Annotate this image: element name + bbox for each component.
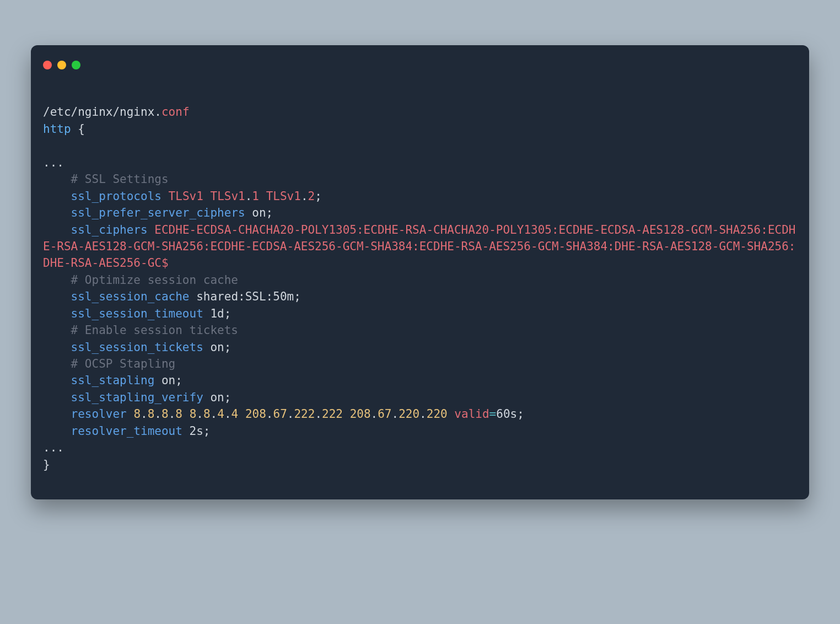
token-num: 220 [399, 407, 419, 421]
dot: . [245, 190, 252, 203]
line-ssl-stapling: ssl_stapling on; [43, 374, 182, 387]
token-num: 222 [294, 407, 315, 421]
value: 1d [210, 307, 224, 320]
keyword-http: http [43, 122, 71, 136]
token-op: = [489, 407, 497, 421]
ellipsis-top: ... [43, 156, 64, 169]
sp [203, 341, 211, 354]
file-path: /etc/nginx/nginx.conf [43, 105, 190, 119]
sp [203, 391, 211, 404]
line-ssl-stapling-verify: ssl_stapling_verify on; [43, 391, 231, 404]
indent [43, 406, 71, 422]
semi: ; [315, 190, 322, 203]
sp [161, 190, 169, 203]
indent [43, 205, 71, 221]
directive: ssl_ciphers [71, 223, 148, 236]
code-window: /etc/nginx/nginx.conf http { ... # SSL S… [31, 45, 809, 499]
tls-v1: TLSv1 [169, 190, 203, 203]
token-plain: . [266, 407, 273, 421]
token-plain: . [154, 407, 161, 421]
line-session-tickets: ssl_session_tickets on; [43, 341, 231, 354]
semi: ; [294, 290, 301, 303]
tls-v11b: 1 [252, 190, 259, 203]
token-num: 4 [217, 407, 224, 421]
token-num: 4 [231, 407, 239, 421]
minimize-icon[interactable] [57, 61, 66, 69]
keyword-on: on [210, 391, 224, 404]
semi: ; [224, 307, 231, 320]
line-ssl-ciphers: ssl_ciphers ECDHE-ECDSA-CHACHA20-POLY130… [43, 223, 795, 270]
token-num: 8 [175, 407, 182, 421]
directive: ssl_session_tickets [71, 341, 203, 354]
token-plain: . [141, 407, 148, 421]
line-ssl-protocols: ssl_protocols TLSv1 TLSv1.1 TLSv1.2; [43, 190, 322, 203]
directive: ssl_stapling_verify [71, 391, 203, 404]
token-num: 8 [148, 407, 155, 421]
sp [203, 190, 211, 203]
indent [43, 222, 71, 238]
close-icon[interactable] [43, 61, 52, 69]
token-num: 8 [203, 407, 211, 421]
tls-v12a: TLSv1 [266, 190, 301, 203]
token-plain: . [392, 407, 399, 421]
comment-ocsp: # OCSP Stapling [43, 357, 175, 370]
tls-v12b: 2 [308, 190, 315, 203]
token-num: 208 [245, 407, 266, 421]
directive: ssl_session_cache [71, 290, 190, 303]
comment-enable-tickets: # Enable session tickets [43, 324, 238, 337]
token-num: 220 [427, 407, 448, 421]
window-titlebar [31, 45, 809, 77]
token-plain: . [224, 407, 231, 421]
path-dot: . [154, 105, 161, 119]
directive: ssl_stapling [71, 374, 155, 387]
code-block: /etc/nginx/nginx.conf http { ... # SSL S… [31, 77, 809, 473]
token-plain: . [196, 407, 203, 421]
token-val: valid [454, 407, 489, 421]
sp [190, 290, 197, 303]
dot: . [301, 190, 308, 203]
token-num: 8 [190, 407, 197, 421]
directive: resolver_timeout [71, 424, 182, 438]
indent [43, 305, 71, 322]
indent [43, 372, 71, 389]
line-resolver: resolver 8.8.8.8 8.8.4.4 208.67.222.222 … [43, 407, 524, 421]
keyword-on: on [161, 374, 175, 387]
token-plain [343, 407, 350, 421]
token-plain: ; [517, 407, 524, 421]
token-num: 67 [273, 407, 287, 421]
value: 2s [190, 424, 203, 438]
line-session-timeout: ssl_session_timeout 1d; [43, 307, 231, 320]
indent [43, 188, 71, 205]
sp [203, 307, 211, 320]
directive: ssl_session_timeout [71, 307, 203, 320]
semi: ; [175, 374, 182, 387]
value: shared:SSL:50m [196, 290, 294, 303]
token-plain: 60s [496, 407, 517, 421]
indent [43, 288, 71, 305]
token-plain: . [169, 407, 176, 421]
comment-ssl-settings: # SSL Settings [43, 173, 169, 186]
indent [43, 389, 71, 406]
http-open: http { [43, 122, 85, 136]
ellipsis-bottom: ... [43, 441, 64, 454]
maximize-icon[interactable] [72, 61, 80, 69]
token-plain [127, 407, 134, 421]
token-num: 8 [161, 407, 169, 421]
token-plain: . [287, 407, 294, 421]
token-plain [238, 407, 245, 421]
token-plain: . [315, 407, 322, 421]
directive: ssl_protocols [71, 190, 161, 203]
brace-close: } [43, 458, 50, 471]
cipher-suite-list: ECDHE-ECDSA-CHACHA20-POLY1305:ECDHE-RSA-… [43, 223, 795, 270]
resolver-tokens: 8.8.8.8 8.8.4.4 208.67.222.222 208.67.22… [127, 407, 524, 421]
comment-optimize-cache: # Optimize session cache [43, 273, 238, 287]
line-resolver-timeout: resolver_timeout 2s; [43, 424, 210, 438]
sp [148, 223, 155, 236]
token-num: 208 [350, 407, 371, 421]
directive: resolver [71, 407, 127, 421]
sp [245, 206, 252, 219]
token-num: 67 [378, 407, 391, 421]
line-session-cache: ssl_session_cache shared:SSL:50m; [43, 290, 301, 303]
directive: ssl_prefer_server_ciphers [71, 206, 245, 219]
semi: ; [266, 206, 273, 219]
